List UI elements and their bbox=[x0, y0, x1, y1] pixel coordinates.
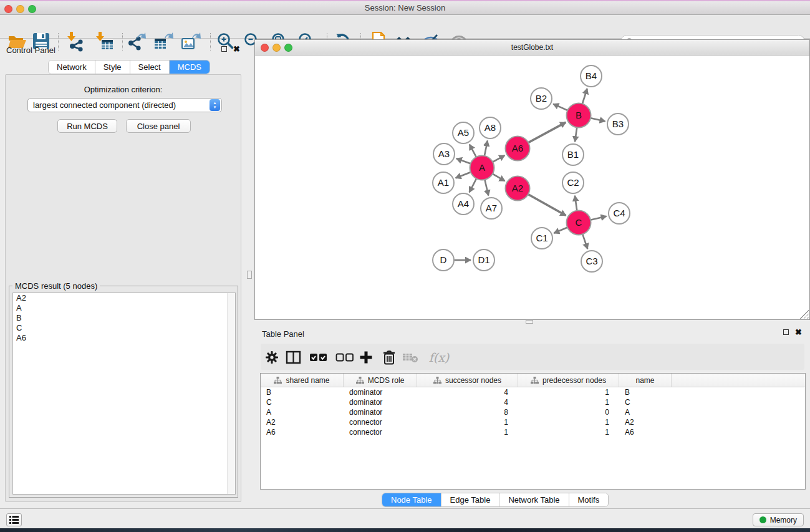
table-cell: A6 bbox=[261, 428, 344, 437]
table-cell: B bbox=[619, 388, 672, 397]
table-cell: 8 bbox=[417, 408, 518, 417]
table-cell: C bbox=[261, 398, 344, 407]
criterion-dropdown[interactable]: largest connected component (directed) ▲… bbox=[27, 98, 222, 112]
close-window-button[interactable] bbox=[4, 5, 12, 13]
table-row[interactable]: A2connector11A2 bbox=[261, 417, 805, 427]
table-cell: 1 bbox=[518, 428, 619, 437]
table-cell: 4 bbox=[417, 388, 518, 397]
float-table-panel-icon[interactable] bbox=[783, 329, 789, 335]
import-table-button[interactable] bbox=[93, 31, 115, 53]
horizontal-splitter-handle[interactable] bbox=[526, 320, 533, 324]
delete-column-button[interactable] bbox=[379, 347, 399, 367]
graph-node-label: B1 bbox=[567, 149, 579, 160]
network-zoom-button[interactable] bbox=[284, 44, 292, 52]
network-view-window: testGlobe.txt B4B2BB3A5A8A6A3B1AA1C2A2A4… bbox=[254, 39, 810, 320]
graph-node-label: B4 bbox=[586, 70, 597, 81]
memory-button[interactable]: Memory bbox=[753, 513, 804, 526]
export-network-button[interactable] bbox=[125, 31, 148, 53]
show-task-history-button[interactable] bbox=[6, 513, 22, 526]
minimize-window-button[interactable] bbox=[16, 5, 24, 13]
mcds-result-list[interactable]: A2ABCA6 bbox=[12, 293, 236, 495]
result-list-item[interactable]: B bbox=[13, 313, 235, 323]
table-row[interactable]: Cdominator41C bbox=[261, 397, 805, 407]
tab-node-table[interactable]: Node Table bbox=[382, 493, 441, 506]
tab-mcds[interactable]: MCDS bbox=[170, 60, 210, 74]
column-visibility-button[interactable] bbox=[284, 347, 304, 367]
zoom-window-button[interactable] bbox=[28, 5, 36, 13]
table-cell: 1 bbox=[518, 418, 619, 427]
trash-icon bbox=[382, 349, 397, 365]
delete-table-icon bbox=[402, 351, 420, 364]
gear-icon bbox=[264, 350, 279, 365]
graph-node-label: C4 bbox=[613, 208, 625, 218]
select-all-button[interactable] bbox=[309, 347, 329, 367]
table-cell: A2 bbox=[261, 418, 344, 427]
export-table-button[interactable] bbox=[152, 31, 175, 53]
tab-network-table[interactable]: Network Table bbox=[499, 493, 569, 506]
import-network-button[interactable] bbox=[64, 31, 87, 53]
tab-edge-table[interactable]: Edge Table bbox=[441, 493, 500, 506]
graph-node-label: C bbox=[576, 217, 582, 228]
column-header-successor-nodes[interactable]: successor nodes bbox=[417, 374, 518, 387]
export-image-icon bbox=[180, 31, 201, 52]
float-panel-icon[interactable] bbox=[221, 46, 227, 52]
network-graph[interactable]: B4B2BB3A5A8A6A3B1AA1C2A2A4A7CC4C1C3DD1 bbox=[255, 56, 809, 319]
import-table-icon bbox=[94, 31, 115, 52]
close-table-panel-icon[interactable]: ✖ bbox=[795, 329, 802, 335]
graph-node-label: C3 bbox=[586, 256, 597, 266]
table-settings-button[interactable] bbox=[262, 347, 282, 367]
tab-motifs[interactable]: Motifs bbox=[569, 493, 609, 506]
table-row[interactable]: A6connector11A6 bbox=[261, 427, 805, 437]
table-panel-tabs: Node Table Edge Table Network Table Moti… bbox=[382, 493, 609, 507]
network-window-controls bbox=[261, 44, 292, 52]
function-builder-button[interactable]: f(x) bbox=[425, 347, 453, 367]
delete-table-button[interactable] bbox=[401, 347, 421, 367]
mcds-result-groupbox: MCDS result (5 nodes) A2ABCA6 bbox=[9, 286, 238, 498]
main-toolbar bbox=[0, 15, 810, 39]
column-header-name[interactable]: name bbox=[619, 374, 672, 387]
run-mcds-button[interactable]: Run MCDS bbox=[57, 119, 117, 133]
vertical-splitter-handle[interactable] bbox=[247, 271, 252, 279]
control-panel-title: Control Panel bbox=[6, 44, 55, 56]
table-cell: A bbox=[261, 408, 344, 417]
table-row[interactable]: Bdominator41B bbox=[261, 387, 805, 397]
window-resize-grip[interactable] bbox=[800, 310, 809, 319]
result-list-item[interactable]: C bbox=[13, 323, 235, 333]
task-list-icon bbox=[9, 516, 19, 524]
table-panel-title: Table Panel bbox=[262, 328, 304, 339]
status-bar: Memory bbox=[0, 508, 810, 528]
memory-label: Memory bbox=[770, 516, 797, 525]
select-all-icon bbox=[309, 351, 328, 364]
network-window-titlebar[interactable]: testGlobe.txt bbox=[255, 40, 809, 56]
close-panel-button[interactable]: Close panel bbox=[126, 119, 191, 133]
graph-node-label: D bbox=[440, 254, 447, 265]
result-list-item[interactable]: A6 bbox=[13, 333, 235, 343]
table-cell: dominator bbox=[344, 388, 417, 397]
unselect-all-button[interactable] bbox=[335, 347, 355, 367]
result-list-item[interactable]: A2 bbox=[13, 293, 235, 303]
table-header-row: shared name MCDS role successor nodes pr… bbox=[261, 374, 805, 387]
graph-node-label: A8 bbox=[485, 122, 496, 133]
window-controls bbox=[4, 5, 36, 13]
result-scrollbar[interactable] bbox=[227, 293, 235, 494]
column-header-mcds-role[interactable]: MCDS role bbox=[344, 374, 417, 387]
network-canvas[interactable]: B4B2BB3A5A8A6A3B1AA1C2A2A4A7CC4C1C3DD1 bbox=[255, 56, 809, 319]
table-cell: 1 bbox=[518, 398, 619, 407]
network-close-button[interactable] bbox=[261, 44, 269, 52]
table-cell: B bbox=[261, 388, 344, 397]
tab-style[interactable]: Style bbox=[95, 60, 130, 74]
network-minimize-button[interactable] bbox=[272, 44, 281, 52]
tab-network[interactable]: Network bbox=[49, 60, 95, 74]
close-panel-icon[interactable]: ✖ bbox=[233, 46, 240, 52]
tab-select[interactable]: Select bbox=[130, 60, 170, 74]
table-row[interactable]: Adominator80A bbox=[261, 407, 805, 417]
column-header-predecessor-nodes[interactable]: predecessor nodes bbox=[518, 374, 619, 387]
table-cell: C bbox=[619, 398, 672, 407]
unselect-all-icon bbox=[335, 351, 354, 364]
add-column-button[interactable] bbox=[356, 347, 376, 367]
control-panel-tabs: Network Style Select MCDS bbox=[48, 60, 210, 74]
result-list-item[interactable]: A bbox=[13, 303, 235, 313]
column-header-shared-name[interactable]: shared name bbox=[261, 374, 344, 387]
import-network-icon bbox=[65, 31, 86, 52]
export-image-button[interactable] bbox=[180, 31, 202, 53]
